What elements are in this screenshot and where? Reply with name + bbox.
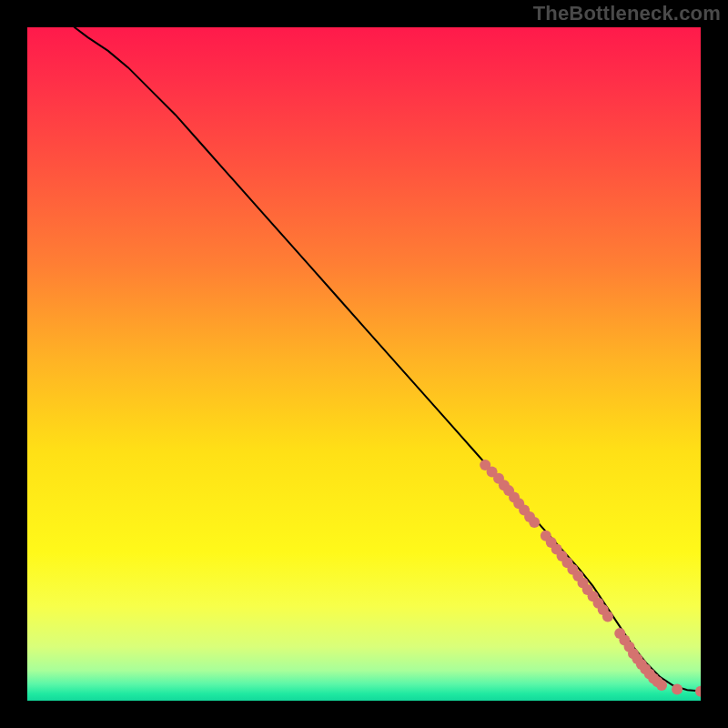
scatter-point: [672, 683, 682, 694]
chart-frame: TheBottleneck.com: [0, 0, 728, 728]
plot-svg: [27, 27, 701, 701]
watermark-text: TheBottleneck.com: [533, 2, 721, 25]
scatter-point: [656, 680, 667, 691]
scatter-point: [602, 612, 613, 622]
scatter-point: [529, 517, 540, 528]
plot-area: [27, 27, 701, 701]
